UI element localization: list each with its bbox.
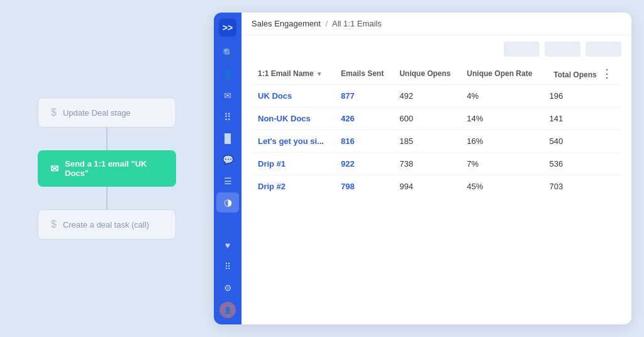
sent-value-0: 877 — [341, 91, 355, 101]
unique-opens-value-2: 185 — [399, 136, 413, 146]
sidebar-item-settings[interactable]: ⚙ — [216, 278, 239, 298]
breadcrumb: Sales Engagement / All 1:1 Emails — [252, 19, 382, 28]
unique-opens-value-1: 600 — [399, 114, 413, 123]
workflow-node-task-label: Create a deal task (call) — [63, 220, 149, 229]
col-header-sent[interactable]: Emails Sent — [335, 63, 393, 85]
sidebar-item-grid[interactable]: ⠿ — [216, 257, 239, 277]
dollar-icon: $ — [51, 107, 57, 118]
table-row: UK Docs 877 492 4% 196 — [252, 85, 621, 108]
email-name-link-1[interactable]: Non-UK Docs — [258, 114, 311, 123]
top-bar: Sales Engagement / All 1:1 Emails — [242, 13, 631, 35]
email-name-link-3[interactable]: Drip #1 — [258, 159, 286, 168]
sidebar-item-sequences[interactable]: ⠿ — [216, 107, 239, 127]
sidebar: >> 🔍 👤 ✉ ⠿ ▐▌ 💬 ☰ ◑ — [214, 13, 242, 324]
sequences-icon: ⠿ — [224, 111, 231, 123]
cell-sent-4: 798 — [335, 175, 393, 198]
open-rate-value-1: 14% — [467, 114, 483, 123]
cell-name-0[interactable]: UK Docs — [252, 85, 335, 108]
unique-opens-value-3: 738 — [399, 159, 413, 168]
main-container: $ Update Deal stage ✉ Send a 1:1 email "… — [0, 0, 644, 337]
col-header-unique-opens[interactable]: Unique Opens — [393, 63, 460, 85]
sidebar-item-pie[interactable]: ◑ — [216, 192, 239, 213]
email-name-link-2[interactable]: Let's get you si... — [258, 136, 324, 146]
breadcrumb-parent: Sales Engagement — [252, 19, 321, 28]
main-content: Sales Engagement / All 1:1 Emails — [242, 13, 631, 324]
cell-unique-opens-1: 600 — [393, 108, 460, 130]
cell-open-rate-2: 16% — [460, 130, 543, 153]
workflow-panel: $ Update Deal stage ✉ Send a 1:1 email "… — [38, 97, 176, 240]
connector-line-2 — [106, 187, 108, 209]
right-panel: >> 🔍 👤 ✉ ⠿ ▐▌ 💬 ☰ ◑ — [214, 13, 631, 324]
analytics-icon: ▐▌ — [221, 133, 234, 143]
cell-unique-opens-3: 738 — [393, 153, 460, 175]
sidebar-item-analytics[interactable]: ▐▌ — [216, 128, 239, 148]
cell-name-1[interactable]: Non-UK Docs — [252, 108, 335, 130]
filter-button-2[interactable] — [545, 41, 580, 57]
heart-icon: ♥ — [225, 240, 230, 250]
cell-sent-3: 922 — [335, 153, 393, 175]
table-row: Drip #1 922 738 7% 536 — [252, 153, 621, 175]
cell-unique-opens-2: 185 — [393, 130, 460, 153]
col-unique-opens-label: Unique Opens — [399, 69, 450, 78]
connector-line-1 — [106, 128, 108, 150]
breadcrumb-separator: / — [325, 19, 328, 28]
cell-open-rate-0: 4% — [460, 85, 543, 108]
total-opens-value-4: 703 — [549, 182, 563, 191]
col-header-open-rate[interactable]: Unique Open Rate — [460, 63, 543, 85]
cell-unique-opens-0: 492 — [393, 85, 460, 108]
cell-sent-2: 816 — [335, 130, 393, 153]
col-header-total-opens[interactable]: Total Opens ⋮ — [543, 63, 621, 85]
sidebar-item-search[interactable]: 🔍 — [216, 43, 239, 63]
avatar-initials: 👤 — [224, 307, 231, 314]
sidebar-item-contacts[interactable]: 👤 — [216, 64, 239, 84]
table-row: Let's get you si... 816 185 16% 540 — [252, 130, 621, 153]
email-name-link-0[interactable]: UK Docs — [258, 91, 292, 101]
cell-open-rate-1: 14% — [460, 108, 543, 130]
sidebar-item-chat[interactable]: 💬 — [216, 150, 239, 170]
chat-icon: 💬 — [223, 155, 233, 165]
reports-icon: ☰ — [224, 176, 232, 186]
open-rate-value-0: 4% — [467, 91, 479, 101]
cell-open-rate-3: 7% — [460, 153, 543, 175]
contacts-icon: 👤 — [223, 69, 233, 79]
logo-symbol: >> — [223, 23, 233, 33]
table-body: UK Docs 877 492 4% 196 Non-UK Docs 426 6… — [252, 85, 621, 198]
avatar[interactable]: 👤 — [219, 302, 236, 318]
workflow-node-send-email[interactable]: ✉ Send a 1:1 email "UK Docs" — [38, 150, 176, 187]
cell-total-opens-2: 540 — [543, 130, 621, 153]
table-row: Non-UK Docs 426 600 14% 141 — [252, 108, 621, 130]
sidebar-item-heart[interactable]: ♥ — [216, 235, 239, 255]
sidebar-item-reports[interactable]: ☰ — [216, 171, 239, 191]
sidebar-item-email[interactable]: ✉ — [216, 86, 239, 106]
sent-value-4: 798 — [341, 182, 355, 191]
cell-name-2[interactable]: Let's get you si... — [252, 130, 335, 153]
col-name-label: 1:1 Email Name — [258, 69, 314, 78]
total-opens-value-3: 536 — [549, 159, 563, 168]
cell-total-opens-4: 703 — [543, 175, 621, 198]
total-opens-value-0: 196 — [549, 91, 563, 101]
cell-total-opens-1: 141 — [543, 108, 621, 130]
workflow-node-create-task[interactable]: $ Create a deal task (call) — [38, 209, 176, 240]
cell-name-4[interactable]: Drip #2 — [252, 175, 335, 198]
search-icon: 🔍 — [223, 48, 233, 58]
grid-icon: ⠿ — [225, 262, 231, 272]
col-total-opens-label: Total Opens — [553, 70, 596, 79]
breadcrumb-current: All 1:1 Emails — [332, 19, 382, 28]
dollar-icon-2: $ — [51, 219, 57, 230]
filter-button-1[interactable] — [504, 41, 540, 57]
filter-bar — [242, 35, 631, 63]
workflow-node-update-deal[interactable]: $ Update Deal stage — [38, 97, 176, 128]
table-row: Drip #2 798 994 45% 703 — [252, 175, 621, 198]
more-options-button[interactable]: ⋮ — [599, 68, 615, 79]
workflow-node-label: Update Deal stage — [63, 108, 131, 118]
filter-button-3[interactable] — [586, 41, 621, 57]
cell-sent-1: 426 — [335, 108, 393, 130]
cell-name-3[interactable]: Drip #1 — [252, 153, 335, 175]
data-table: 1:1 Email Name ▼ Emails Sent Unique Open… — [252, 63, 621, 197]
email-name-link-4[interactable]: Drip #2 — [258, 182, 286, 191]
col-header-name[interactable]: 1:1 Email Name ▼ — [252, 63, 335, 85]
unique-opens-value-4: 994 — [399, 182, 413, 191]
sidebar-logo[interactable]: >> — [219, 19, 236, 36]
cell-unique-opens-4: 994 — [393, 175, 460, 198]
total-opens-value-1: 141 — [549, 114, 563, 123]
